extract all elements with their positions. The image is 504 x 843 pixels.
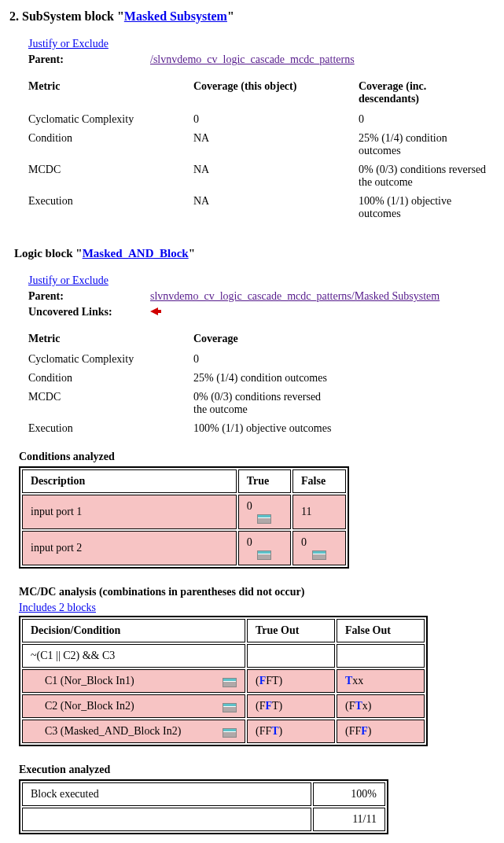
cond-false-cell: 0: [292, 531, 346, 565]
masked-and-block-link[interactable]: Masked_AND_Block: [83, 247, 189, 260]
table-row: input port 2 0 0: [22, 531, 346, 565]
mcdc-false-out: (FFF): [337, 720, 425, 743]
col-coverage-2: Coverage: [193, 329, 343, 350]
table-row: C2 (Nor_Block In2) (FFT) (FTx): [22, 694, 425, 718]
exec-value: 100%: [313, 782, 385, 806]
table-row: C1 (Nor_Block In1) (FFT) Txx: [22, 669, 425, 693]
cond-false-col: False: [292, 469, 346, 493]
col-metric: Metric: [28, 77, 193, 110]
masked-subsystem-link[interactable]: Masked Subsystem: [124, 9, 227, 23]
table-row: MCDC0% (0/3) conditions reversed the out…: [28, 388, 343, 419]
table-row: ConditionNA25% (1/4) condition outcomes: [28, 129, 495, 160]
arrow-left-icon[interactable]: [150, 307, 158, 315]
cond-true-cell: 0: [238, 495, 291, 529]
section-title-subsystem: 2. SubSystem block "Masked Subsystem": [9, 9, 495, 24]
table-row: 11/11: [22, 808, 385, 831]
conditions-table: Description True False input port 1 0 11…: [19, 466, 349, 569]
exec-title: Execution analyzed: [19, 764, 495, 776]
aggregate-icon[interactable]: [257, 514, 271, 524]
mcdc-col-false: False Out: [337, 619, 425, 642]
parent-link-2[interactable]: slvnvdemo_cv_logic_cascade_mcdc_patterns…: [150, 290, 440, 302]
exec-table: Block executed 100% 11/11: [19, 779, 388, 834]
section-title-logic: Logic block "Masked_AND_Block": [14, 247, 495, 260]
title-suffix: ": [227, 9, 234, 23]
mcdc-title: MC/DC analysis (combinations in parenthe…: [19, 586, 495, 598]
cond-desc-col: Description: [22, 469, 237, 493]
mcdc-false-out: (FTx): [337, 694, 425, 718]
aggregate-icon[interactable]: [312, 550, 326, 560]
exec-label: [22, 808, 311, 831]
mcdc-cond: C1 (Nor_Block In1): [22, 669, 245, 693]
mcdc-expr: ~(C1 || C2) && C3: [22, 644, 245, 668]
cond-desc: input port 2: [22, 531, 237, 565]
cond-desc: input port 1: [22, 495, 237, 529]
table-row: ExecutionNA100% (1/1) objective outcomes: [28, 192, 495, 223]
col-cov-self: Coverage (this object): [193, 77, 359, 110]
metric-table-1: Metric Coverage (this object) Coverage (…: [28, 77, 495, 223]
aggregate-icon[interactable]: [223, 678, 237, 687]
table-row: input port 1 0 11: [22, 495, 346, 529]
title-prefix-2: Logic block ": [14, 247, 83, 260]
col-cov-desc: Coverage (inc. descendants): [359, 77, 495, 110]
aggregate-icon[interactable]: [257, 550, 271, 560]
cond-false-cell: 11: [292, 495, 346, 529]
justify-link-2[interactable]: Justify or Exclude: [28, 274, 109, 286]
mcdc-false-out: Txx: [337, 669, 425, 693]
col-metric-2: Metric: [28, 329, 193, 350]
mcdc-col-decision: Decision/Condition: [22, 619, 245, 642]
mcdc-true-out: (FFT): [247, 669, 335, 693]
cond-true-col: True: [238, 469, 291, 493]
aggregate-icon[interactable]: [223, 703, 237, 712]
includes-link[interactable]: Includes 2 blocks: [19, 602, 96, 613]
mcdc-true-out: (FFT): [247, 694, 335, 718]
table-row: Execution100% (1/1) objective outcomes: [28, 419, 343, 438]
aggregate-icon[interactable]: [223, 728, 237, 738]
table-row: MCDCNA0% (0/3) conditions reversed the o…: [28, 160, 495, 192]
conditions-title: Conditions analyzed: [19, 451, 495, 463]
table-row: C3 (Masked_AND_Block In2) (FFT) (FFF): [22, 720, 425, 743]
mcdc-cond: C2 (Nor_Block In2): [22, 694, 245, 718]
mcdc-col-true: True Out: [247, 619, 335, 642]
parent-link-1[interactable]: /slvnvdemo_cv_logic_cascade_mcdc_pattern…: [150, 53, 355, 65]
table-row: Cyclomatic Complexity0: [28, 350, 343, 369]
parent-label-1: Parent:: [28, 53, 150, 66]
table-row: Condition25% (1/4) condition outcomes: [28, 369, 343, 388]
table-row: Block executed 100%: [22, 782, 385, 806]
table-row: ~(C1 || C2) && C3: [22, 644, 425, 668]
metric-table-2: Metric Coverage Cyclomatic Complexity0 C…: [28, 329, 343, 438]
uncovered-label: Uncovered Links:: [28, 306, 150, 318]
table-row: Cyclomatic Complexity00: [28, 110, 495, 129]
mcdc-true-out: (FFT): [247, 720, 335, 743]
justify-link-1[interactable]: Justify or Exclude: [28, 38, 109, 50]
title-suffix-2: ": [189, 247, 195, 260]
cond-true-cell: 0: [238, 531, 291, 565]
parent-label-2: Parent:: [28, 290, 150, 303]
exec-label: Block executed: [22, 782, 311, 806]
mcdc-cond: C3 (Masked_AND_Block In2): [22, 720, 245, 743]
exec-value: 11/11: [313, 808, 385, 831]
title-prefix: 2. SubSystem block ": [9, 9, 124, 23]
mcdc-table: Decision/Condition True Out False Out ~(…: [19, 616, 428, 746]
